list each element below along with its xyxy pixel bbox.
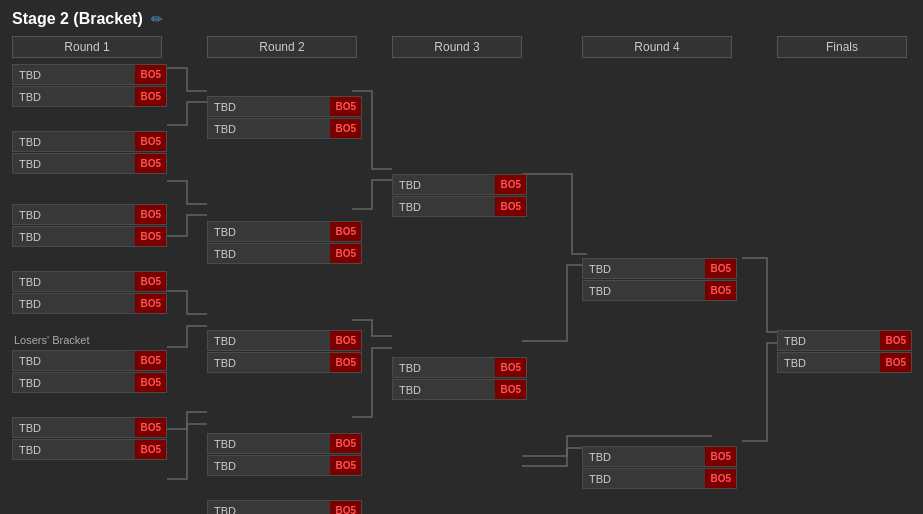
table-row: TBDBO5 <box>582 468 737 489</box>
r1-match4: TBDBO5 TBDBO5 <box>12 271 167 314</box>
table-row: TBDBO5 <box>207 352 362 373</box>
round2-col: Round 2 TBDBO5 TBDBO5 TBDBO5 TBDBO5 TBDB… <box>207 36 362 514</box>
bo-badge: BO5 <box>135 373 166 392</box>
table-row: TBDBO5 <box>392 357 527 378</box>
bo-badge: BO5 <box>495 380 526 399</box>
bo-badge: BO5 <box>495 197 526 216</box>
table-row: TBDBO5 <box>207 433 362 454</box>
bo-badge: BO5 <box>330 222 361 241</box>
bo-badge: BO5 <box>330 331 361 350</box>
table-row: TBDBO5 <box>207 455 362 476</box>
bo-badge: BO5 <box>135 418 166 437</box>
team-name: TBD <box>208 505 330 515</box>
team-name: TBD <box>13 355 135 367</box>
table-row: TBDBO5 <box>12 204 167 225</box>
table-row: TBDBO5 <box>12 131 167 152</box>
table-row: TBDBO5 <box>207 221 362 242</box>
team-name: TBD <box>208 460 330 472</box>
bo-badge: BO5 <box>495 358 526 377</box>
team-name: TBD <box>393 201 495 213</box>
bo-badge: BO5 <box>135 440 166 459</box>
table-row: TBDBO5 <box>777 330 912 351</box>
team-name: TBD <box>208 438 330 450</box>
bo-badge: BO5 <box>135 87 166 106</box>
table-row: TBDBO5 <box>392 196 527 217</box>
bracket-area: Round 1 TBDBO5 TBDBO5 TBDBO5 TBDBO5 TBDB… <box>12 36 917 496</box>
team-name: TBD <box>13 91 135 103</box>
r2-match2: TBDBO5 TBDBO5 <box>207 221 362 264</box>
bo-badge: BO5 <box>330 97 361 116</box>
table-row: TBDBO5 <box>207 96 362 117</box>
table-row: TBDBO5 <box>582 446 737 467</box>
r1-match3: TBDBO5 TBDBO5 <box>12 204 167 247</box>
team-name: TBD <box>583 473 705 485</box>
finals-match: TBDBO5 TBDBO5 <box>777 330 912 373</box>
r1-match1: TBDBO5 TBDBO5 <box>12 64 167 107</box>
table-row: TBDBO5 <box>582 280 737 301</box>
page-title: Stage 2 (Bracket) <box>12 10 143 28</box>
table-row: TBDBO5 <box>392 174 527 195</box>
table-row: TBDBO5 <box>12 153 167 174</box>
team-name: TBD <box>13 136 135 148</box>
team-name: TBD <box>13 276 135 288</box>
finals-header: Finals <box>777 36 907 58</box>
bo-badge: BO5 <box>495 175 526 194</box>
team-name: TBD <box>13 422 135 434</box>
bo-badge: BO5 <box>330 119 361 138</box>
team-name: TBD <box>13 209 135 221</box>
team-name: TBD <box>13 158 135 170</box>
bo-badge: BO5 <box>135 65 166 84</box>
table-row: TBDBO5 <box>12 417 167 438</box>
bo-badge: BO5 <box>705 281 736 300</box>
round4-col: Round 4 TBDBO5 TBDBO5 TBDBO5 TBDBO5 <box>582 36 737 489</box>
table-row: TBDBO5 <box>12 86 167 107</box>
round3-col: Round 3 TBDBO5 TBDBO5 TBDBO5 TBDBO5 <box>392 36 527 400</box>
bo-badge: BO5 <box>705 259 736 278</box>
r1-match2: TBDBO5 TBDBO5 <box>12 131 167 174</box>
bo-badge: BO5 <box>330 456 361 475</box>
team-name: TBD <box>208 357 330 369</box>
table-row: TBDBO5 <box>207 118 362 139</box>
team-name: TBD <box>208 335 330 347</box>
round1-col: Round 1 TBDBO5 TBDBO5 TBDBO5 TBDBO5 TBDB… <box>12 36 167 460</box>
round1-header: Round 1 <box>12 36 162 58</box>
bo-badge: BO5 <box>135 132 166 151</box>
table-row: TBDBO5 <box>207 500 362 514</box>
round2-header: Round 2 <box>207 36 357 58</box>
bo-badge: BO5 <box>135 294 166 313</box>
team-name: TBD <box>13 444 135 456</box>
r2-match4: TBDBO5 TBDBO5 <box>207 433 362 476</box>
bo-badge: BO5 <box>135 154 166 173</box>
edit-icon[interactable]: ✏ <box>151 11 163 27</box>
bo-badge: BO5 <box>135 205 166 224</box>
r2-match5: TBDBO5 TBDBO5 <box>207 500 362 514</box>
team-name: TBD <box>13 377 135 389</box>
bo-badge: BO5 <box>330 501 361 514</box>
r4-match1: TBDBO5 TBDBO5 <box>582 258 737 301</box>
bo-badge: BO5 <box>705 469 736 488</box>
r1-match5: TBDBO5 TBDBO5 <box>12 350 167 393</box>
team-name: TBD <box>583 451 705 463</box>
bo-badge: BO5 <box>330 244 361 263</box>
team-name: TBD <box>13 231 135 243</box>
team-name: TBD <box>208 123 330 135</box>
r4-match2: TBDBO5 TBDBO5 <box>582 446 737 489</box>
team-name: TBD <box>778 357 880 369</box>
table-row: TBDBO5 <box>12 226 167 247</box>
bo-badge: BO5 <box>705 447 736 466</box>
team-name: TBD <box>393 179 495 191</box>
bo-badge: BO5 <box>880 353 911 372</box>
table-row: TBDBO5 <box>12 350 167 371</box>
finals-col: Finals TBDBO5 TBDBO5 <box>777 36 912 373</box>
team-name: TBD <box>208 226 330 238</box>
team-name: TBD <box>393 384 495 396</box>
bo-badge: BO5 <box>880 331 911 350</box>
page: Stage 2 (Bracket) ✏ <box>0 0 923 514</box>
team-name: TBD <box>778 335 880 347</box>
team-name: TBD <box>583 263 705 275</box>
table-row: TBDBO5 <box>12 439 167 460</box>
losers-bracket-label: Losers' Bracket <box>12 334 167 346</box>
table-row: TBDBO5 <box>12 64 167 85</box>
r2-match1: TBDBO5 TBDBO5 <box>207 96 362 139</box>
team-name: TBD <box>208 248 330 260</box>
